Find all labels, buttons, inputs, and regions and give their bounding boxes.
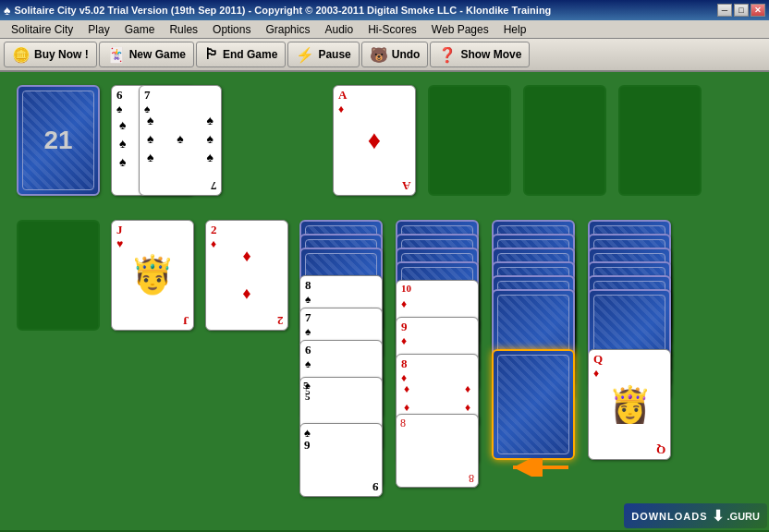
new-game-label: New Game [129, 48, 186, 61]
title-bar: ♠ Solitaire City v5.02 Trial Version (19… [0, 0, 769, 20]
menu-rules[interactable]: Rules [162, 21, 205, 38]
new-game-button[interactable]: 🃏 New Game [99, 42, 194, 67]
end-game-label: End Game [223, 48, 277, 61]
buy-now-button[interactable]: 🪙 Buy Now ! [4, 42, 97, 67]
tableau-col3-2d[interactable]: 2 ♦ ♦ ♦ 2 [205, 220, 288, 331]
game-area: 21 6 ♠ ♠ ♠ ♠ ♠ ♠ ♠ 6 7 ♠ ♠ ♠ ♠ ♠ ♠ ♠ ♠ 7… [0, 72, 769, 530]
menu-solitaire-city[interactable]: Solitaire City [4, 21, 80, 38]
undo-icon: 🐻 [370, 46, 388, 64]
toolbar: 🪙 Buy Now ! 🃏 New Game 🏳 End Game ⚡ Paus… [0, 39, 769, 72]
tableau-col2-jh[interactable]: J ♥ 🤴 J [111, 220, 194, 331]
foundation-1[interactable]: A ♦ ♦ A [333, 85, 416, 196]
watermark-icon: ⬇ [712, 507, 724, 525]
move-arrow [504, 458, 578, 477]
end-game-button[interactable]: 🏳 End Game [196, 42, 286, 67]
menu-help[interactable]: Help [496, 21, 534, 38]
foundation-3[interactable] [523, 85, 606, 196]
menu-game[interactable]: Game [117, 21, 163, 38]
watermark-text: DOWNLOADS [631, 511, 707, 522]
show-move-button[interactable]: ❓ Show Move [430, 42, 530, 67]
menu-play[interactable]: Play [80, 21, 116, 38]
menu-options[interactable]: Options [205, 21, 258, 38]
end-game-icon: 🏳 [204, 46, 219, 63]
stock-pile[interactable]: 21 [17, 85, 100, 196]
pause-icon: ⚡ [296, 46, 314, 64]
buy-icon: 🪙 [12, 46, 31, 64]
menu-hiscores[interactable]: Hi-Scores [360, 21, 424, 38]
tableau-col1[interactable] [17, 220, 100, 331]
title-icon: ♠ [4, 3, 10, 18]
watermark: DOWNLOADS ⬇ .GURU [624, 503, 767, 528]
tableau-col7-qd[interactable]: Q ♦ 👸 Q [588, 349, 671, 460]
menu-graphics[interactable]: Graphics [258, 21, 317, 38]
window-controls[interactable]: ─ □ ✕ [717, 4, 765, 17]
minimize-button[interactable]: ─ [717, 4, 732, 17]
restore-button[interactable]: □ [734, 4, 749, 17]
waste-card-7s[interactable]: 7 ♠ ♠ ♠ ♠ ♠ ♠ ♠ ♠ 7 [139, 85, 222, 196]
close-button[interactable]: ✕ [751, 4, 765, 17]
tableau-col5-bot[interactable]: 8 8 [396, 414, 479, 488]
pause-button[interactable]: ⚡ Pause [287, 42, 359, 67]
title-text: Solitaire City v5.02 Trial Version (19th… [14, 5, 717, 16]
undo-button[interactable]: 🐻 Undo [361, 42, 429, 67]
new-game-icon: 🃏 [107, 46, 126, 64]
show-move-icon: ❓ [438, 46, 457, 64]
foundation-4[interactable] [618, 85, 702, 196]
undo-label: Undo [392, 48, 421, 61]
menu-webpages[interactable]: Web Pages [424, 21, 496, 38]
tableau-col6-top[interactable] [492, 349, 575, 460]
stock-count: 21 [43, 126, 72, 155]
menu-bar: Solitaire City Play Game Rules Options G… [0, 20, 769, 39]
buy-label: Buy Now ! [34, 48, 89, 61]
menu-audio[interactable]: Audio [317, 21, 360, 38]
watermark-guru: .GURU [727, 511, 760, 522]
pause-label: Pause [318, 48, 350, 61]
foundation-2[interactable] [428, 85, 511, 196]
tableau-col4-9s[interactable]: ♠ 9 9 [299, 423, 383, 497]
show-move-label: Show Move [460, 48, 521, 61]
